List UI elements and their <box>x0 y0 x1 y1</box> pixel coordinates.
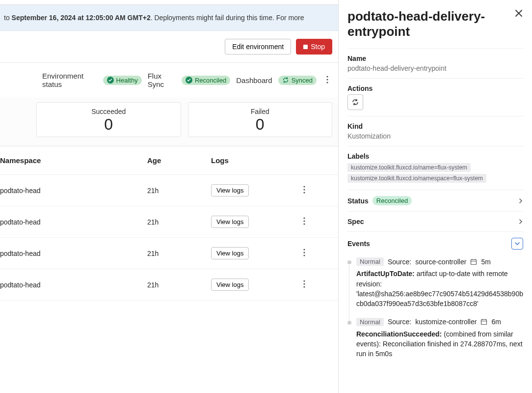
kind-label: Kind <box>347 122 523 130</box>
event-tag: Normal <box>356 257 384 266</box>
field-kind: Kind Kustomization <box>347 116 523 146</box>
svg-point-11 <box>303 249 305 250</box>
status-bar: Environment status Healthy Flux Sync Rec… <box>0 62 338 97</box>
flux-label: Flux Sync <box>148 72 176 88</box>
chevron-down-icon <box>515 241 520 246</box>
row-kebab-menu[interactable] <box>294 215 314 228</box>
svg-point-13 <box>303 254 305 256</box>
main-content: to September 16, 2024 at 12:05:00 AM GMT… <box>0 0 338 393</box>
sync-icon <box>282 77 289 84</box>
field-actions: Actions <box>347 78 523 116</box>
failed-value: 0 <box>188 115 332 134</box>
events-label: Events <box>347 240 370 248</box>
field-labels: Labels kustomize.toolkit.fluxcd.io/name=… <box>347 146 523 190</box>
svg-point-3 <box>326 79 328 80</box>
actions-label: Actions <box>347 84 523 92</box>
svg-point-9 <box>303 220 305 222</box>
field-name: Name podtato-head-delivery-entrypoint <box>347 48 523 78</box>
event-message: ReconciliationSucceeded: (combined from … <box>356 329 523 359</box>
status-section[interactable]: Status Reconciled <box>347 190 523 211</box>
table-row: podtato-head 21h View logs <box>0 238 338 269</box>
events-section-header: Events <box>347 231 523 255</box>
edit-environment-button[interactable]: Edit environment <box>225 39 291 55</box>
cell-age: 21h <box>147 218 211 226</box>
calendar-icon <box>470 258 477 265</box>
timeline-dot-icon <box>347 260 351 264</box>
cell-namespace: podtato-head <box>0 187 147 195</box>
event-tag: Normal <box>356 318 384 326</box>
event-msg-title: ArtifactUpToDate: <box>356 270 415 278</box>
svg-point-10 <box>303 223 305 225</box>
events-collapse-button[interactable] <box>511 238 523 250</box>
event-age: 6m <box>491 318 501 326</box>
svg-point-14 <box>303 280 305 281</box>
status-kebab-menu[interactable] <box>322 74 332 87</box>
cell-namespace: podtato-head <box>0 250 147 257</box>
failed-label: Failed <box>188 108 332 115</box>
spec-label: Spec <box>347 218 364 225</box>
event-source-label: Source: <box>388 258 411 266</box>
cell-namespace: podtato-head <box>0 218 147 226</box>
health-text: Healthy <box>116 77 138 84</box>
view-logs-button[interactable]: View logs <box>211 247 249 259</box>
close-panel-button[interactable] <box>513 8 524 20</box>
col-age: Age <box>147 156 211 165</box>
col-logs: Logs <box>211 156 294 165</box>
row-kebab-menu[interactable] <box>294 184 314 197</box>
labels-list: kustomize.toolkit.fluxcd.io/name=flux-sy… <box>347 162 523 184</box>
dashboard-label: Dashboard <box>236 76 272 84</box>
label-chip: kustomize.toolkit.fluxcd.io/namespace=fl… <box>347 174 486 183</box>
labels-label: Labels <box>347 152 523 160</box>
flux-badge: Reconciled <box>182 76 230 85</box>
row-kebab-menu[interactable] <box>294 278 314 291</box>
top-divider <box>0 0 338 5</box>
table-row: podtato-head 21h View logs <box>0 175 338 206</box>
check-circle-icon <box>186 77 192 84</box>
cell-age: 21h <box>147 281 211 289</box>
dashboard-text: Synced <box>292 77 313 84</box>
name-label: Name <box>347 55 523 62</box>
refresh-button[interactable] <box>347 94 363 110</box>
banner-date: September 16, 2024 at 12:05:00 AM GMT+2 <box>12 14 151 22</box>
kind-value: Kustomization <box>347 132 523 140</box>
banner-suffix: . Deployments might fail during this tim… <box>151 14 304 22</box>
env-status-label: Environment status <box>42 72 97 88</box>
svg-point-5 <box>303 186 305 187</box>
svg-point-15 <box>303 283 305 284</box>
status-badge: Reconciled <box>372 196 412 205</box>
succeeded-card: Succeeded 0 <box>36 102 181 137</box>
list-header: Namespace Age Logs <box>0 146 338 175</box>
svg-point-16 <box>303 286 305 287</box>
chevron-right-icon <box>518 219 523 224</box>
events-list: Normal Source: source-controller 5m Arti… <box>347 255 523 359</box>
view-logs-button[interactable]: View logs <box>211 184 249 196</box>
event-source: kustomize-controller <box>415 318 477 326</box>
row-kebab-menu[interactable] <box>294 247 314 260</box>
status-label: Status <box>347 197 369 205</box>
cell-age: 21h <box>147 187 211 195</box>
spec-section[interactable]: Spec <box>347 211 523 231</box>
stop-button[interactable]: Stop <box>296 39 332 55</box>
failed-card: Failed 0 <box>188 102 333 137</box>
detail-panel: podtato-head-delivery-entrypoint Name po… <box>338 0 532 393</box>
event-msg-title: ReconciliationSucceeded: <box>356 330 442 338</box>
event-item: Normal Source: kustomize-controller 6m R… <box>347 318 523 359</box>
stop-label: Stop <box>311 43 325 51</box>
refresh-icon <box>351 98 359 106</box>
dashboard-badge: Synced <box>278 76 317 85</box>
table-row: podtato-head 21h View logs <box>0 206 338 238</box>
flux-text: Reconciled <box>195 77 226 84</box>
view-logs-button[interactable]: View logs <box>211 216 249 228</box>
maintenance-banner: to September 16, 2024 at 12:05:00 AM GMT… <box>0 5 338 31</box>
svg-point-2 <box>326 76 328 77</box>
svg-rect-18 <box>481 320 487 325</box>
table-row: podtato-head 21h View logs <box>0 269 338 301</box>
event-source: source-controller <box>415 258 466 266</box>
view-logs-button[interactable]: View logs <box>211 279 249 291</box>
succeeded-label: Succeeded <box>37 108 181 115</box>
event-message: ArtifactUpToDate: artifact up-to-date wi… <box>356 269 523 309</box>
svg-point-12 <box>303 252 305 253</box>
banner-prefix: to <box>4 14 12 22</box>
health-badge: Healthy <box>103 76 142 85</box>
panel-title: podtato-head-delivery-entrypoint <box>347 9 523 39</box>
